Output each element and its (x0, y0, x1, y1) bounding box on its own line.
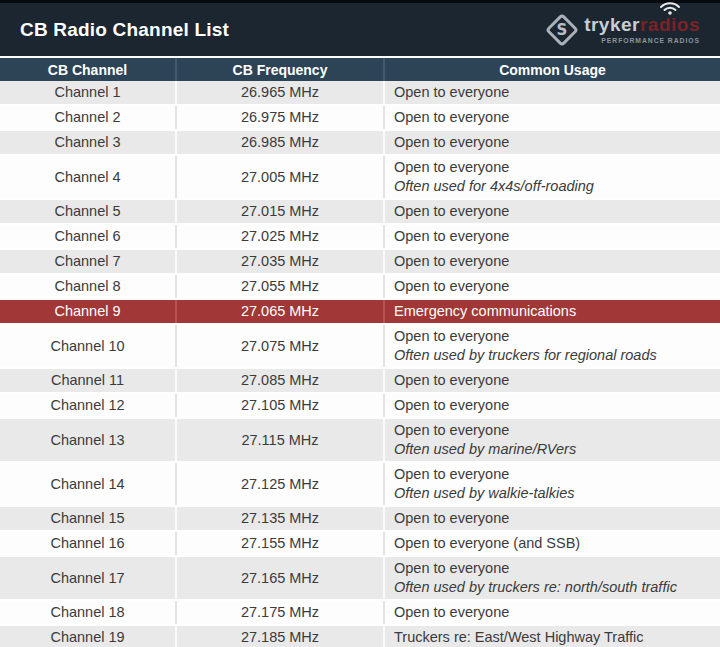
table-row: Channel 11 27.085 MHz Open to everyone (0, 367, 720, 392)
frequency-cell: 26.985 MHz (175, 131, 383, 154)
channel-cell: Channel 9 (0, 300, 175, 323)
usage-cell: Open to everyone (383, 250, 720, 273)
table-row: Channel 6 27.025 MHz Open to everyone (0, 223, 720, 248)
channel-cell: Channel 17 (0, 557, 175, 599)
usage-text: Open to everyone (394, 133, 509, 152)
table-header-row: CB Channel CB Frequency Common Usage (0, 58, 720, 81)
channel-cell: Channel 1 (0, 81, 175, 104)
table-row: Channel 17 27.165 MHz Open to everyone O… (0, 555, 720, 599)
frequency-cell: 27.025 MHz (175, 225, 383, 248)
usage-cell: Open to everyone (383, 507, 720, 530)
usage-cell: Open to everyone (383, 369, 720, 392)
channel-cell: Channel 6 (0, 225, 175, 248)
usage-cell: Open to everyone (383, 601, 720, 624)
channel-cell: Channel 15 (0, 507, 175, 530)
table-row: Channel 16 27.155 MHz Open to everyone (… (0, 530, 720, 555)
frequency-cell: 27.125 MHz (175, 463, 383, 505)
table-body: Channel 1 26.965 MHz Open to everyone Ch… (0, 81, 720, 647)
usage-cell: Open to everyone Often used by walkie-ta… (383, 463, 720, 505)
usage-text: Open to everyone (394, 277, 509, 296)
table-row: Channel 3 26.985 MHz Open to everyone (0, 129, 720, 154)
usage-cell: Open to everyone Often used by truckers … (383, 325, 720, 367)
usage-text: Open to everyone (394, 509, 509, 528)
usage-text: Open to everyone (394, 202, 509, 221)
column-header-cb-channel: CB Channel (0, 58, 175, 81)
usage-note: Often used for 4x4s/off-roading (394, 177, 594, 196)
channel-cell: Channel 14 (0, 463, 175, 505)
frequency-cell: 27.105 MHz (175, 394, 383, 417)
usage-cell: Open to everyone (and SSB) (383, 532, 720, 555)
table-row: Channel 1 26.965 MHz Open to everyone (0, 81, 720, 104)
frequency-cell: 27.175 MHz (175, 601, 383, 624)
logo-tagline: PERFORMANCE RADIOS (601, 37, 700, 44)
logo-wordmark: tryker radios (584, 15, 700, 34)
usage-cell: Open to everyone (383, 275, 720, 298)
frequency-cell: 27.085 MHz (175, 369, 383, 392)
usage-cell: Open to everyone Often used by marine/RV… (383, 419, 720, 461)
usage-text: Open to everyone (394, 158, 509, 177)
usage-text: Open to everyone (394, 327, 509, 346)
frequency-cell: 27.115 MHz (175, 419, 383, 461)
channel-cell: Channel 8 (0, 275, 175, 298)
usage-text: Open to everyone (394, 371, 509, 390)
frequency-cell: 27.075 MHz (175, 325, 383, 367)
usage-cell: Open to everyone (383, 131, 720, 154)
channel-cell: Channel 19 (0, 626, 175, 647)
usage-text: Open to everyone (394, 83, 509, 102)
brand-logo: S tryker radios PERFORMANCE RADIOS (550, 15, 706, 44)
page-title: CB Radio Channel List (20, 19, 229, 41)
usage-text: Open to everyone (394, 603, 509, 622)
table-row: Channel 14 27.125 MHz Open to everyone O… (0, 461, 720, 505)
usage-note: Often used by truckers re: north/south t… (394, 578, 677, 597)
frequency-cell: 26.965 MHz (175, 81, 383, 104)
usage-note: Often used by marine/RVers (394, 440, 576, 459)
usage-text: Truckers re: East/West Highway Traffic (394, 628, 644, 647)
title-bar: CB Radio Channel List S tryker radios (0, 0, 720, 58)
logo-word-left: tryker (584, 15, 640, 34)
logo-mark-letter: S (557, 22, 568, 37)
wifi-signal-icon (659, 0, 681, 15)
channel-cell: Channel 16 (0, 532, 175, 555)
table-row: Channel 13 27.115 MHz Open to everyone O… (0, 417, 720, 461)
usage-text: Open to everyone (394, 465, 509, 484)
table-row: Channel 10 27.075 MHz Open to everyone O… (0, 323, 720, 367)
usage-cell: Open to everyone (383, 81, 720, 104)
table-row: Channel 15 27.135 MHz Open to everyone (0, 505, 720, 530)
diamond-s-logo-icon: S (545, 13, 579, 47)
table-row: Channel 5 27.015 MHz Open to everyone (0, 198, 720, 223)
table-row: Channel 4 27.005 MHz Open to everyone Of… (0, 154, 720, 198)
usage-note: Often used by truckers for regional road… (394, 346, 657, 365)
channel-cell: Channel 5 (0, 200, 175, 223)
usage-cell: Open to everyone (383, 394, 720, 417)
usage-text: Open to everyone (394, 252, 509, 271)
usage-note: Often used by walkie-talkies (394, 484, 575, 503)
frequency-cell: 26.975 MHz (175, 106, 383, 129)
channel-cell: Channel 7 (0, 250, 175, 273)
table-row: Channel 19 27.185 MHz Truckers re: East/… (0, 624, 720, 647)
table-row: Channel 12 27.105 MHz Open to everyone (0, 392, 720, 417)
frequency-cell: 27.035 MHz (175, 250, 383, 273)
logo-word-right: radios (640, 15, 700, 34)
column-header-cb-frequency: CB Frequency (175, 58, 383, 81)
channel-cell: Channel 12 (0, 394, 175, 417)
frequency-cell: 27.015 MHz (175, 200, 383, 223)
usage-text: Open to everyone (394, 396, 509, 415)
frequency-cell: 27.005 MHz (175, 156, 383, 198)
channel-cell: Channel 2 (0, 106, 175, 129)
frequency-cell: 27.165 MHz (175, 557, 383, 599)
channel-cell: Channel 18 (0, 601, 175, 624)
usage-cell: Open to everyone (383, 225, 720, 248)
usage-text: Open to everyone (394, 559, 509, 578)
usage-text: Open to everyone (394, 108, 509, 127)
usage-cell: Open to everyone (383, 106, 720, 129)
frequency-cell: 27.055 MHz (175, 275, 383, 298)
usage-text: Open to everyone (394, 227, 509, 246)
table-row: Channel 2 26.975 MHz Open to everyone (0, 104, 720, 129)
channel-cell: Channel 13 (0, 419, 175, 461)
frequency-cell: 27.185 MHz (175, 626, 383, 647)
column-header-common-usage: Common Usage (383, 58, 720, 81)
table-row: Channel 9 27.065 MHz Emergency communica… (0, 298, 720, 323)
usage-text: Open to everyone (394, 421, 509, 440)
channel-cell: Channel 10 (0, 325, 175, 367)
usage-cell: Open to everyone Often used by truckers … (383, 557, 720, 599)
